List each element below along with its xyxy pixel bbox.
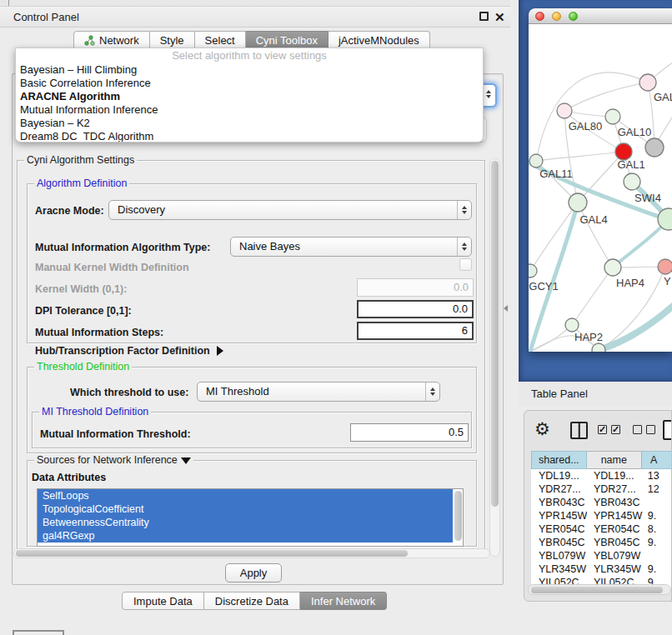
table-panel: ⚙ ✓ ✓ shared... name A YDL19...YDL19...1… [524,410,672,602]
attribute-list-item[interactable]: BetweennessCentrality [38,516,453,529]
table-row[interactable]: YLR345WYLR345W9. [531,562,672,576]
scrollbar-thumb[interactable] [16,550,408,557]
table-cell: YDR27... [531,482,587,496]
tab-edge-tick [8,0,9,6]
table-panel-titlebar: Table Panel [519,382,672,407]
scrollbar-thumb[interactable] [491,161,499,507]
node-bottom[interactable] [592,343,605,352]
table-row[interactable]: YBL079WYBL079W [531,549,672,562]
algorithm-option[interactable]: Mutual Information Inference [16,103,483,117]
table-cell: YPR145W [531,509,587,522]
float-window-icon[interactable] [479,12,489,21]
node-swi4[interactable] [624,173,640,190]
table-row[interactable]: YDL19...YDL19...13 [531,469,672,482]
column-header-clipped[interactable]: A [642,451,672,469]
data-attributes-list[interactable]: SelfLoopsTopologicalCoefficientBetweenne… [37,488,464,547]
manual-kernel-label: Manual Kernel Width Definition [35,262,189,273]
cyni-settings-title: Cyni Algorithm Settings [24,154,137,166]
tab-discretize-data[interactable]: Discretize Data [204,592,300,610]
table-row[interactable]: YPR145WYPR145W9. [531,509,672,522]
kernel-width-label: Kernel Width (0,1): [35,283,127,295]
algorithm-option[interactable]: Basic Correlation Inference [16,77,483,90]
node-label: GAL1 [617,158,644,171]
node-gal11[interactable] [529,154,543,168]
node-gal4[interactable] [569,193,587,212]
node-gal80[interactable] [557,103,572,118]
node-hap2[interactable] [565,318,579,332]
network-canvas[interactable]: GALGAL80GAL10GAL1GAL11SWI4GAL4GCY1HAP4YH… [529,24,672,352]
algorithm-option[interactable]: Dream8 DC_TDC Algorithm [16,130,483,142]
column-header-shared-name[interactable]: shared... [531,451,587,469]
dpi-tolerance-field[interactable]: 0.0 [357,300,474,318]
settings-horizontal-scrollbar[interactable] [13,548,490,558]
aracne-mode-combo[interactable]: Discovery [108,200,472,220]
attribute-list-item[interactable]: SelfLoops [38,489,453,502]
table-toolbar: ⚙ ✓ ✓ [524,418,672,446]
combo-arrows-icon [457,201,471,219]
network-view-window[interactable]: GALGAL80GAL10GAL1GAL11SWI4GAL4GCY1HAP4YH… [529,8,672,352]
sources-title[interactable]: Sources for Network Inference [34,454,193,466]
deselect-all-checkbox-icon[interactable] [633,425,642,434]
table-cell: YDR27... [587,482,643,496]
node-salmon[interactable] [658,259,672,274]
function-builder-icon[interactable] [663,420,672,440]
table-row[interactable]: YER054CYER054C8. [531,522,672,536]
columns-icon[interactable] [570,422,588,439]
mi-type-combo[interactable]: Naive Bayes [230,237,472,257]
mi-type-label: Mutual Information Algorithm Type: [35,242,210,253]
node-label: Y [664,275,671,288]
node-gcy1[interactable] [529,264,537,278]
algorithm-option[interactable]: Bayesian – Hill Climbing [16,63,483,77]
select-all-checkbox-icon[interactable]: ✓ [611,425,620,434]
attributes-list-scrollbar[interactable] [454,491,462,541]
mi-threshold-field[interactable]: 0.5 [350,423,469,442]
node-label: GAL4 [579,213,607,226]
combo-arrows-icon [425,382,439,401]
scrollbar-thumb[interactable] [531,587,663,593]
table-cell: 9. [643,509,672,522]
table-cell: YBL079W [587,549,643,562]
node-gray[interactable] [645,138,664,157]
table-body: YDL19...YDL19...13YDR27...YDR27...12YBR0… [531,469,672,589]
kernel-width-field[interactable]: 0.0 [357,278,474,297]
attribute-list-item[interactable]: TopologicalCoefficient [38,502,453,516]
settings-vertical-scrollbar[interactable] [489,158,500,557]
table-cell: YBR045C [587,536,643,549]
select-all-checkbox-icon[interactable]: ✓ [598,425,607,434]
network-window-titlebar[interactable] [529,8,672,24]
split-pane-handle-icon[interactable] [504,305,508,312]
hub-definition-toggle[interactable]: Hub/Transcription Factor Definition [35,345,223,357]
hidden-panel-tab[interactable] [13,630,64,635]
panel-title: Control Panel [13,11,79,23]
node-label: GAL10 [618,126,651,138]
table-row[interactable]: YDR27...YDR27...12 [531,482,672,496]
dpi-tolerance-label: DPI Tolerance [0,1]: [35,305,132,317]
table-cell: YBR043C [587,496,643,509]
column-header-name[interactable]: name [587,451,642,469]
deselect-all-checkbox-icon[interactable] [646,425,655,434]
node-label: GAL [654,91,672,103]
which-threshold-combo[interactable]: MI Threshold [197,382,440,402]
close-icon[interactable]: ✕ [494,7,505,28]
minimize-traffic-light-icon[interactable] [552,12,561,21]
table-cell: YER054C [587,522,643,536]
attribute-list-item[interactable]: gal4RGexp [38,529,453,542]
table-row[interactable]: YBR043CYBR043C [531,496,672,509]
manual-kernel-checkbox[interactable] [459,258,472,271]
tab-infer-network[interactable]: Infer Network [300,592,387,610]
tab-impute-data[interactable]: Impute Data [122,592,204,610]
table-horizontal-scrollbar[interactable] [528,584,671,595]
algorithm-option[interactable]: ARACNE Algorithm [16,90,483,103]
node-gal-top[interactable] [639,74,656,91]
table-cell: YBL079W [531,549,587,562]
node-red[interactable] [615,143,632,160]
gear-icon[interactable]: ⚙ [534,419,550,439]
mi-steps-field[interactable]: 6 [357,322,474,340]
node-hap4[interactable] [604,259,621,276]
table-row[interactable]: YBR045CYBR045C9. [531,536,672,549]
apply-button[interactable]: Apply [225,563,282,582]
close-traffic-light-icon[interactable] [535,12,544,21]
node-gal10[interactable] [605,109,620,124]
zoom-traffic-light-icon[interactable] [569,12,578,21]
algorithm-option[interactable]: Bayesian – K2 [16,117,483,130]
